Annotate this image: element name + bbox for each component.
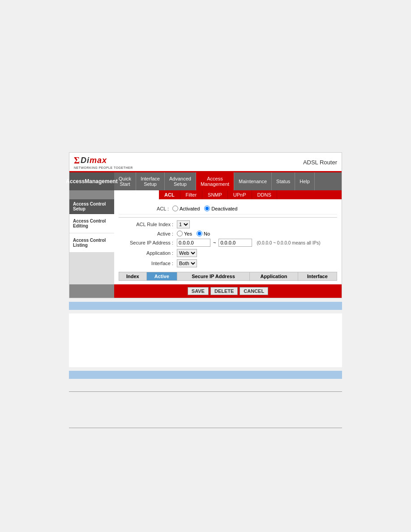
sub-nav-ddns[interactable]: DDNS [252, 190, 277, 199]
acl-label: ACL : [119, 206, 172, 211]
nav-active-section: Access Management [69, 172, 114, 190]
main-content: ACL : Activated Deactivated [114, 199, 342, 284]
left-sidebar: Access Control Setup Access Control Edit… [69, 199, 114, 284]
divider-top [69, 391, 342, 392]
application-label: Application : [119, 250, 177, 256]
info-bar-bottom [69, 371, 342, 379]
nav-item-advanced-setup[interactable]: AdvancedSetup [165, 172, 196, 190]
logo-di: Di [81, 156, 90, 165]
active-yes-text: Yes [184, 231, 192, 236]
secure-ip-from-input[interactable] [177, 239, 210, 247]
form-row-active: Active : Yes No [119, 231, 337, 236]
active-yes-radio[interactable] [177, 231, 183, 236]
acl-index-control: 1 [177, 220, 190, 228]
active-yes-label[interactable]: Yes [177, 231, 192, 236]
acl-deactivated-text: Deactivated [211, 206, 237, 211]
router-header: Σ Dimax NETWORKING PEOPLE TOGETHER ADSL … [69, 153, 342, 172]
secure-ip-label: Secure IP Address : [119, 240, 177, 245]
acl-deactivated-label[interactable]: Deactivated [204, 206, 237, 211]
logo-tagline: NETWORKING PEOPLE TOGETHER [74, 166, 133, 169]
table-header-secure-ip: Secure IP Address [177, 272, 249, 281]
logo-area: Σ Dimax NETWORKING PEOPLE TOGETHER [74, 155, 133, 169]
listing-section: Index Active Secure IP Address Applicati… [119, 272, 337, 281]
cancel-button[interactable]: CANCEL [240, 287, 268, 295]
acl-row: ACL : Activated Deactivated [119, 203, 337, 215]
active-no-label[interactable]: No [197, 231, 210, 236]
acl-deactivated-radio[interactable] [204, 206, 210, 211]
form-row-interface: Interface : Both [119, 259, 337, 267]
bottom-content-area [69, 313, 342, 367]
nav-items: QuickStart InterfaceSetup AdvancedSetup … [114, 172, 342, 190]
nav-item-access-management[interactable]: AccessManagement [196, 172, 234, 190]
sidebar-item-editing: Access Control Editing [69, 214, 114, 233]
interface-control: Both [177, 259, 197, 267]
form-row-acl-index: ACL Rule Index : 1 [119, 220, 337, 228]
acl-index-label: ACL Rule Index : [119, 222, 177, 227]
acl-radio-group: Activated Deactivated [172, 206, 237, 211]
nav-item-quick-start[interactable]: QuickStart [114, 172, 136, 190]
sidebar-section-setup: Access Control Setup [69, 199, 114, 214]
sub-nav-filter[interactable]: Filter [180, 190, 202, 199]
router-label: ADSL Router [303, 159, 337, 166]
action-bar-right: SAVE DELETE CANCEL [114, 284, 342, 298]
logo-sigma-icon: Σ [74, 155, 80, 166]
active-radio-group: Yes No [177, 231, 210, 236]
content-area: Access Control Setup Access Control Edit… [69, 199, 342, 284]
acl-index-select[interactable]: 1 [177, 220, 190, 228]
active-label: Active : [119, 231, 177, 236]
form-row-secure-ip: Secure IP Address : ~ (0.0.0.0 ~ 0.0.0.0… [119, 239, 337, 247]
table-header-interface: Interface [298, 272, 337, 281]
ip-note: (0.0.0.0 ~ 0.0.0.0 means all IPs) [257, 240, 320, 245]
active-no-text: No [204, 231, 210, 236]
nav-item-status[interactable]: Status [272, 172, 295, 190]
table-header-index: Index [119, 272, 147, 281]
action-bar-wrapper: SAVE DELETE CANCEL [69, 284, 342, 298]
sidebar-item-listing: Access Control Listing [69, 233, 114, 253]
form-row-application: Application : Web [119, 249, 337, 257]
save-button[interactable]: SAVE [188, 287, 209, 295]
interface-select[interactable]: Both [177, 259, 197, 267]
delete-button[interactable]: DELETE [210, 287, 238, 295]
nav-item-help[interactable]: Help [295, 172, 315, 190]
sub-nav: ACL Filter SNMP UPnP DDNS [159, 190, 342, 199]
divider-bottom [69, 428, 342, 428]
nav-item-maintenance[interactable]: Maintenance [234, 172, 272, 190]
logo-text: Dimax [81, 156, 107, 165]
info-bar-top [69, 302, 342, 310]
table-header-active: Active [146, 272, 177, 281]
nav-item-interface-setup[interactable]: InterfaceSetup [136, 172, 165, 190]
ip-separator: ~ [213, 240, 216, 245]
action-bar-left [69, 284, 114, 298]
sub-nav-acl[interactable]: ACL [159, 190, 180, 199]
acl-activated-text: Activated [180, 206, 200, 211]
sub-nav-snmp[interactable]: SNMP [202, 190, 228, 199]
secure-ip-control: ~ (0.0.0.0 ~ 0.0.0.0 means all IPs) [177, 239, 320, 247]
listing-table: Index Active Secure IP Address Applicati… [119, 272, 337, 281]
logo-max: max [90, 156, 107, 165]
interface-label: Interface : [119, 261, 177, 266]
secure-ip-to-input[interactable] [218, 239, 252, 247]
active-no-radio[interactable] [197, 231, 202, 236]
nav-bar: Access Management QuickStart InterfaceSe… [69, 172, 342, 190]
application-select[interactable]: Web [177, 249, 197, 257]
table-header-application: Application [250, 272, 298, 281]
bottom-section [69, 382, 342, 437]
acl-activated-label[interactable]: Activated [172, 206, 200, 211]
editing-section: ACL Rule Index : 1 Active : [119, 217, 337, 267]
sub-nav-upnp[interactable]: UPnP [228, 190, 252, 199]
application-control: Web [177, 249, 197, 257]
acl-activated-radio[interactable] [172, 206, 178, 211]
